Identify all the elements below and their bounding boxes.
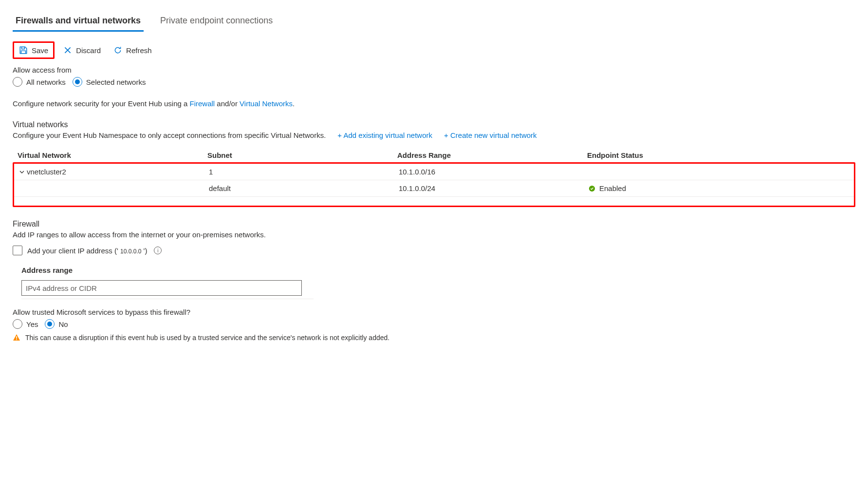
vnet-table-header: Virtual Network Subnet Address Range End… (13, 147, 855, 162)
radio-bypass-no-label: No (58, 320, 68, 328)
col-address-range: Address Range (397, 151, 587, 159)
radio-all-networks-label: All networks (26, 78, 66, 86)
address-range-section: Address range (21, 266, 314, 299)
bypass-warning: This can cause a disruption if this even… (13, 334, 855, 342)
allow-access-radio-group: All networks Selected networks (13, 77, 855, 87)
add-existing-vnet-link[interactable]: + Add existing virtual network (337, 131, 432, 139)
address-range-input[interactable] (21, 280, 302, 296)
vnet-table: Virtual Network Subnet Address Range End… (13, 147, 855, 207)
tab-bar: Firewalls and virtual networks Private e… (13, 12, 855, 32)
radio-all-networks[interactable]: All networks (13, 77, 66, 87)
bypass-radio-group: Yes No (13, 319, 855, 329)
checkbox-icon (13, 246, 22, 255)
chevron-down-icon (19, 169, 25, 175)
svg-rect-1 (16, 336, 17, 339)
refresh-button[interactable]: Refresh (110, 44, 156, 57)
warning-icon (13, 334, 20, 342)
bypass-warning-text: This can cause a disruption if this even… (25, 334, 389, 342)
address-range-label: Address range (21, 266, 314, 274)
vnet-range: 10.1.0.0/16 (399, 168, 589, 176)
info-icon[interactable]: i (154, 247, 162, 254)
add-client-ip-checkbox[interactable]: Add your client IP address (' 10.0.0.0 '… (13, 246, 162, 255)
col-endpoint-status: Endpoint Status (587, 151, 850, 159)
svg-rect-2 (16, 339, 17, 340)
vnet-name: vnetcluster2 (27, 168, 66, 176)
add-client-ip-label-prefix: Add your client IP address (' (27, 247, 120, 255)
save-button[interactable]: Save (15, 44, 52, 57)
firewall-subtext: Add IP ranges to allow access from the i… (13, 230, 855, 239)
radio-selected-networks-label: Selected networks (86, 78, 146, 86)
save-icon (19, 46, 28, 55)
vnet-range: 10.1.0.0/24 (399, 184, 589, 192)
allow-access-label: Allow access from (13, 66, 855, 74)
vnet-subtext-row: Configure your Event Hub Namespace to on… (13, 131, 855, 139)
radio-bypass-yes-label: Yes (26, 320, 38, 328)
save-highlight-box: Save (13, 41, 55, 59)
bypass-label: Allow trusted Microsoft services to bypa… (13, 308, 855, 316)
vnet-status: Enabled (589, 184, 849, 192)
client-ip-value: 10.0.0.0 (120, 248, 141, 255)
vnet-subtext: Configure your Event Hub Namespace to on… (13, 131, 326, 139)
firewall-heading: Firewall (13, 220, 855, 229)
add-client-ip-label-suffix: ') (141, 247, 147, 255)
network-security-description: Configure network security for your Even… (13, 99, 855, 108)
vnet-subnet: 1 (209, 168, 399, 176)
col-virtual-network: Virtual Network (18, 151, 207, 159)
tab-private-endpoints[interactable]: Private endpoint connections (157, 12, 276, 32)
toolbar: Save Discard Refresh (13, 41, 855, 59)
radio-bypass-yes[interactable]: Yes (13, 319, 38, 329)
radio-bypass-no[interactable]: No (45, 319, 68, 329)
vnet-rows-highlight-box: vnetcluster2 1 10.1.0.0/16 default 10.1.… (13, 162, 855, 207)
col-subnet: Subnet (207, 151, 397, 159)
table-row[interactable]: default 10.1.0.0/24 Enabled (14, 180, 854, 197)
refresh-button-label: Refresh (126, 46, 152, 55)
create-new-vnet-link[interactable]: + Create new virtual network (444, 131, 537, 139)
vnet-subnet: default (209, 184, 399, 192)
tab-firewalls[interactable]: Firewalls and virtual networks (13, 12, 144, 32)
vnet-heading: Virtual networks (13, 120, 855, 129)
refresh-icon (113, 46, 122, 55)
virtual-networks-link[interactable]: Virtual Networks (240, 99, 293, 108)
close-icon (63, 46, 72, 55)
check-circle-icon (589, 185, 595, 192)
table-row[interactable]: vnetcluster2 1 10.1.0.0/16 (14, 164, 854, 180)
discard-button[interactable]: Discard (59, 44, 105, 57)
save-button-label: Save (32, 46, 48, 55)
discard-button-label: Discard (76, 46, 101, 55)
radio-selected-networks[interactable]: Selected networks (73, 77, 146, 87)
firewall-link[interactable]: Firewall (190, 99, 215, 108)
